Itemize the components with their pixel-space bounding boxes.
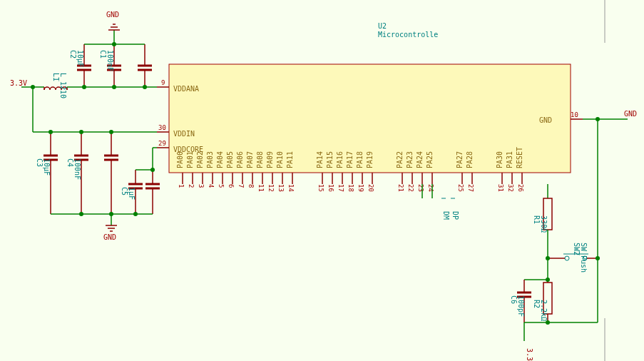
svg-text:6: 6 — [228, 184, 235, 188]
svg-text:4: 4 — [208, 184, 215, 188]
svg-text:PA17: PA17 — [346, 151, 354, 168]
svg-text:9: 9 — [161, 79, 165, 86]
cap-C6: C6 100pF — [510, 280, 532, 322]
svg-text:PA10: PA10 — [276, 151, 284, 168]
svg-text:PA23: PA23 — [406, 151, 414, 168]
svg-text:13: 13 — [277, 184, 285, 192]
svg-text:PA24: PA24 — [416, 151, 424, 168]
svg-text:100pF: 100pF — [517, 295, 525, 317]
svg-text:PA02: PA02 — [196, 151, 204, 168]
svg-text:L_1210: L_1210 — [58, 73, 67, 98]
svg-text:PA25: PA25 — [426, 151, 434, 168]
svg-text:16: 16 — [327, 184, 334, 192]
svg-text:1µF: 1µF — [128, 187, 136, 200]
svg-text:PA06: PA06 — [236, 151, 244, 168]
svg-point-198 — [109, 130, 113, 134]
svg-point-204 — [546, 256, 550, 260]
svg-point-205 — [546, 278, 550, 282]
svg-text:VDDANA: VDDANA — [173, 85, 199, 93]
svg-text:100nF: 100nF — [73, 158, 81, 180]
svg-text:PA22: PA22 — [396, 151, 404, 168]
svg-text:18: 18 — [347, 184, 354, 192]
svg-text:2.2kΩ: 2.2kΩ — [540, 300, 548, 321]
svg-text:GND: GND — [539, 116, 552, 124]
svg-text:2: 2 — [188, 184, 195, 188]
svg-text:17: 17 — [337, 184, 344, 192]
svg-text:12: 12 — [267, 184, 275, 192]
cap-C2: C2 10µF — [69, 44, 92, 87]
net-dm: DM — [442, 211, 450, 220]
svg-text:32: 32 — [507, 184, 514, 192]
gnd-symbol-top: GND — [106, 11, 120, 30]
svg-text:23: 23 — [417, 184, 424, 192]
svg-point-202 — [596, 117, 600, 121]
svg-text:PA00: PA00 — [176, 151, 184, 168]
svg-text:PA03: PA03 — [206, 151, 214, 168]
svg-text:PA14: PA14 — [316, 151, 324, 168]
resistor-R1: R1 330Ω — [533, 198, 553, 233]
cap-C4: C4 100nF — [66, 132, 89, 214]
chip-name: Microcontrolle — [378, 31, 438, 39]
svg-point-201 — [133, 212, 138, 216]
svg-text:30: 30 — [158, 124, 166, 131]
svg-text:PA01: PA01 — [186, 151, 194, 168]
svg-text:PA28: PA28 — [466, 151, 474, 168]
svg-text:22: 22 — [407, 184, 414, 192]
cap-C3: C3 10µF — [36, 132, 58, 214]
svg-text:5: 5 — [218, 184, 225, 188]
gnd-symbol-left: GND — [103, 225, 117, 241]
switch-SW2: SW2 SW_Push — [548, 243, 598, 273]
svg-point-207 — [150, 168, 155, 172]
svg-text:PA15: PA15 — [326, 151, 334, 168]
cap-C1: C1 100nF — [99, 44, 122, 87]
power-3v3-a: 3.3V — [10, 79, 27, 87]
cap-C5: C5 1µF — [121, 170, 153, 214]
svg-text:7: 7 — [237, 184, 245, 188]
svg-text:PA27: PA27 — [456, 151, 464, 168]
svg-text:SW_Push: SW_Push — [579, 243, 588, 273]
svg-point-199 — [79, 212, 83, 216]
svg-text:3: 3 — [198, 184, 205, 188]
svg-text:PA16: PA16 — [336, 151, 344, 168]
cap-alt-mid — [104, 132, 118, 214]
chip-ref: U2 — [378, 22, 387, 30]
svg-text:14: 14 — [287, 184, 295, 192]
svg-text:26: 26 — [517, 184, 524, 192]
svg-point-197 — [79, 130, 83, 134]
svg-text:GND: GND — [106, 11, 119, 19]
svg-point-191 — [31, 85, 35, 89]
svg-text:PA08: PA08 — [256, 151, 264, 168]
svg-text:PA19: PA19 — [366, 151, 374, 168]
svg-text:VDDIN: VDDIN — [173, 130, 195, 138]
svg-point-203 — [596, 256, 600, 260]
cap-alt-c5 — [145, 170, 160, 214]
svg-point-195 — [112, 42, 116, 46]
svg-text:PA04: PA04 — [216, 151, 224, 168]
svg-text:21: 21 — [397, 184, 404, 192]
svg-text:PA05: PA05 — [226, 151, 234, 168]
svg-point-167 — [565, 256, 569, 260]
schematic-canvas: U2 Microcontrolle 9 VDDANA 30 VDDIN 29 V… — [0, 0, 644, 361]
svg-text:PA07: PA07 — [246, 151, 254, 168]
svg-point-192 — [82, 85, 86, 89]
net-dp: DP — [451, 211, 459, 220]
svg-text:330Ω: 330Ω — [540, 215, 548, 233]
svg-text:25: 25 — [457, 184, 464, 192]
svg-point-193 — [112, 85, 116, 89]
cap-alt-top — [138, 44, 152, 87]
svg-text:24: 24 — [427, 184, 434, 192]
svg-point-196 — [48, 130, 53, 134]
svg-text:RESET: RESET — [516, 147, 523, 168]
svg-text:PA18: PA18 — [356, 151, 364, 168]
svg-text:PA30: PA30 — [496, 151, 504, 168]
svg-text:GND: GND — [103, 233, 116, 241]
inductor-L1: L1 L_1210 — [44, 73, 67, 98]
svg-text:100nF: 100nF — [106, 50, 114, 71]
svg-text:1: 1 — [178, 184, 185, 188]
svg-text:10: 10 — [571, 111, 578, 118]
svg-text:15: 15 — [317, 184, 324, 192]
svg-point-206 — [546, 320, 550, 325]
svg-text:PA31: PA31 — [506, 151, 513, 168]
svg-text:19: 19 — [357, 184, 364, 192]
power-gnd-right: GND — [624, 110, 637, 118]
